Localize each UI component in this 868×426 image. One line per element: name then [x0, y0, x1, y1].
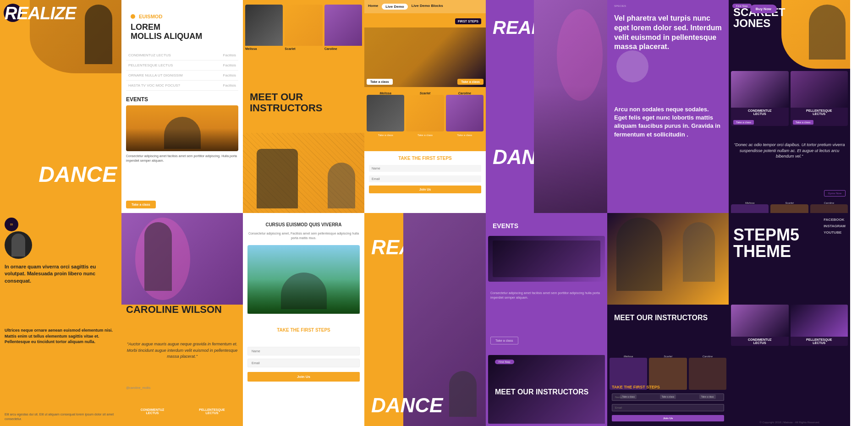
instr-mini-name-melissa: Melissa — [367, 92, 404, 95]
cond-image-2 — [791, 71, 848, 108]
instructor-name-caroline: Caroline — [324, 47, 362, 50]
cond-card-1: CONDIMENTUZLECTUS Take a class — [731, 71, 789, 126]
instr-mini-btn-caroline[interactable]: Take a class — [446, 133, 483, 137]
instructor-card-melissa: Melissa — [245, 5, 283, 50]
cond-pill-2: PELLENTESQUELECTUS — [183, 406, 241, 417]
email-input[interactable] — [369, 175, 481, 182]
take-steps-form: Join Us — [369, 163, 481, 193]
cond-label-1: CONDIMENTUZLECTUS — [731, 108, 789, 117]
instructor-name-melissa: Melissa — [245, 47, 283, 50]
take-steps-section: TAKE THE FIRST STEPS Join Us — [364, 151, 486, 213]
meet-instructors-title: MEET OURINSTRUCTORS — [250, 92, 323, 114]
form-dark: Join Us — [612, 392, 724, 421]
take-class-btn-2[interactable]: Take a class — [457, 79, 483, 85]
instructor-row: Melissa Take a class Scarlet Take a clas… — [364, 92, 486, 137]
instr-mini-img-melissa — [367, 95, 404, 131]
instr-mini-scarlet: Scarlet Take a class — [406, 92, 444, 137]
take-class-button[interactable]: Take a class — [126, 201, 156, 208]
top-nav: Home Live Demo Live Demo Blocks — [364, 0, 486, 13]
dance-big: DANCE — [371, 394, 443, 417]
facebook-link[interactable]: FACEBOOK — [824, 218, 846, 222]
instructor-mini-row: Melissa Scarlet Caroline — [731, 202, 848, 213]
cond-image-1 — [731, 71, 789, 108]
take-steps-dark: TAKE THE FIRST STEPS — [612, 385, 660, 389]
nav-live-demo[interactable]: Live Demo — [382, 4, 407, 10]
instr-mini-btn-melissa[interactable]: Take a class — [367, 133, 404, 137]
large-text: Vel pharetra vel turpis nunc eget lorem … — [614, 14, 722, 52]
copyright-text: © Copyright 2018 | Mativas - All Rights … — [733, 421, 846, 424]
instructor-card-caroline: Caroline — [324, 5, 362, 50]
submit-button[interactable]: Join Us — [247, 372, 360, 382]
form-rows: CONDIMENTUZ LECTUS Facilisis PELLENTESQU… — [126, 50, 238, 91]
first-step-badge-2: First Step — [495, 360, 514, 364]
name-input[interactable] — [369, 165, 481, 172]
meet-instructors-dark: MEET OUR INSTRUCTORS — [614, 314, 708, 322]
take-class-button-3[interactable]: Take a class — [490, 337, 518, 344]
instr-melissa-dark: Melissa — [731, 202, 769, 213]
events-image-purple — [488, 236, 605, 282]
name-input-2[interactable] — [247, 347, 360, 355]
instr-mini-btn-scarlet[interactable]: Take a class — [406, 133, 444, 137]
instructor-name-scarlet: Scarlet — [285, 47, 322, 50]
dance-image-dark — [607, 213, 729, 305]
buy-now-button[interactable]: Buy Now — [750, 5, 777, 13]
social-links: FACEBOOK INSTAGRAM YOUTUBE — [824, 218, 846, 235]
join-button[interactable]: Join Us — [369, 186, 481, 193]
instructor-img-caroline — [324, 5, 362, 46]
instr-img-caroline — [810, 204, 848, 213]
panel-purple-realize: REALIZE DANCE — [486, 0, 607, 213]
try-now-button[interactable]: Gyms Now — [824, 190, 846, 197]
instr-scarlet-dark: Scarlet — [770, 202, 808, 213]
lorem-title: LOREM MOLLIS ALIQUAM — [131, 23, 202, 41]
instagram-link[interactable]: INSTAGRAM — [824, 224, 846, 228]
youtube-link[interactable]: YOUTUBE — [824, 230, 846, 235]
circle-dancer — [616, 50, 648, 82]
teacher-label: Teacher — [126, 328, 137, 331]
caroline-dancer-figure — [135, 218, 190, 300]
cond-label-2: PELLENTESQUELECTUS — [791, 108, 848, 117]
cond-pill-1: CONDIMENTUZLECTUS — [124, 406, 181, 417]
take-steps-title: TAKE THE FIRST STEPS — [369, 156, 481, 161]
instr-mini-name-scarlet: Scarlet — [406, 92, 444, 95]
panel-orange-text: S5 In ornare quam viverra orci sagittis … — [0, 213, 121, 426]
dancer-circle — [5, 231, 32, 259]
take-class-btn[interactable]: Take a class — [367, 79, 393, 85]
events-top: EVENTS — [493, 222, 518, 229]
email-input-2[interactable] — [247, 359, 360, 367]
panel-dark-purple: First Step SCARLET JONES Buy Now CONDIME… — [729, 0, 850, 213]
name-input-dark[interactable] — [612, 393, 724, 401]
condimentuz-grid: CONDIMENTUZLECTUS Take a class PELLENTES… — [731, 71, 848, 126]
logo-small: S5 — [5, 218, 18, 231]
panel-dark-dance: MEET OUR INSTRUCTORS Melissa Take a clas… — [607, 213, 729, 426]
instr-img-scarlet — [770, 204, 808, 213]
meet-instructors-label: MEET OUR INSTRUCTORS — [495, 388, 588, 396]
instr-mini-melissa: Melissa Take a class — [367, 92, 404, 137]
cond-btn-2[interactable]: Take a class — [793, 120, 813, 125]
nav-live-demo-blocks[interactable]: Live Demo Blocks — [412, 4, 443, 10]
panel-orange-nav: Home Live Demo Live Demo Blocks FIRST ST… — [364, 0, 486, 213]
cond-dark-label-2: PELLENTESQUELECTUS — [791, 337, 848, 346]
body-text-1: In ornare quam viverra orci sagittis eu … — [5, 263, 117, 284]
dance-duo-image — [243, 133, 364, 213]
panel-orange-realize: REALIZE DANCE — [364, 213, 486, 426]
panel-white-form: EUISMOD LOREM MOLLIS ALIQUAM CONDIMENTUZ… — [121, 0, 243, 213]
form-row: HASTA TV VOC MOC FOCUS? Facilisis — [126, 81, 238, 91]
panel-purple-events: EVENTS Consectetur adipiscing amet facil… — [486, 213, 607, 426]
email-input-dark[interactable] — [612, 404, 724, 411]
euismod-label: EUISMOD — [131, 14, 162, 19]
events-title: EVENTS — [126, 96, 238, 103]
join-button-dark[interactable]: Join Us — [612, 415, 724, 421]
species-badge: SPECIES — [614, 5, 626, 7]
instructor-img-scarlet — [285, 5, 322, 46]
cond-btn-1[interactable]: Take a class — [733, 120, 754, 125]
events-section: EVENTS Consectetur adipiscing amet facil… — [121, 92, 243, 168]
instr-img-caroline-dark — [689, 358, 726, 390]
first-steps-badge: FIRST STEPS — [455, 18, 481, 24]
dance-form-image — [247, 245, 360, 314]
form-subtitle: Consectetur adipiscing amet, Facilisis a… — [247, 231, 360, 240]
panel-orange-hero-1: StepM5 REALIZE DANCE — [0, 0, 121, 213]
instr-mini-img-scarlet — [406, 95, 444, 131]
nav-home[interactable]: Home — [368, 4, 378, 10]
euismod-title: EUISMOD — [139, 14, 162, 19]
stepm5-title: STEPM5 THEME — [733, 227, 799, 260]
